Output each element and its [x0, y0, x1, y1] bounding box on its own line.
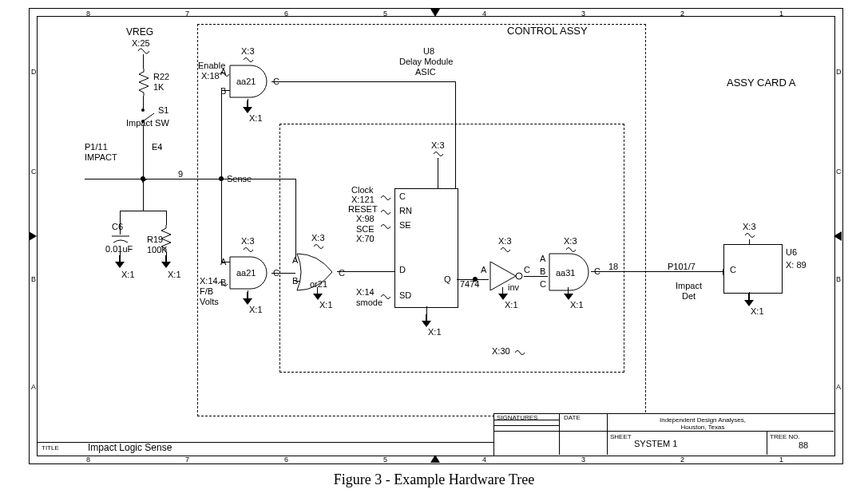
aa31-name: aa31	[556, 268, 575, 278]
ff-reset-icon	[380, 208, 391, 216]
ruler-left-c: C	[31, 168, 37, 176]
wire	[455, 81, 456, 149]
r19-val: 100K	[147, 245, 168, 254]
sig-lbl: SIGNATURES	[497, 414, 537, 421]
inv-src-icon	[500, 246, 511, 254]
gate-mid-fb: F/B	[200, 286, 213, 296]
marker-bottom	[430, 455, 440, 463]
ruler-top-2: 2	[680, 10, 684, 18]
wire	[749, 292, 750, 300]
gate-mid-fb2: Volts	[200, 297, 219, 306]
ff-rn: RN	[399, 206, 412, 215]
svg-point-1	[141, 108, 145, 112]
ruler-right-d: D	[836, 68, 842, 77]
u8-name: U8	[423, 46, 434, 56]
s1-desc: Impact SW	[126, 118, 169, 128]
or21-c: C	[339, 268, 345, 278]
ruler-left-d: D	[31, 68, 37, 77]
ruler-bot-2: 2	[680, 456, 684, 464]
ff-se: SE	[399, 220, 411, 230]
ruler-bot-3: 3	[581, 456, 585, 464]
wire	[166, 211, 167, 225]
impact-label: IMPACT	[85, 152, 117, 162]
wire	[166, 252, 167, 262]
u8-line2: Delay Module	[399, 57, 453, 66]
impact-det-1: Impact	[676, 281, 702, 290]
date-lbl: DATE	[564, 414, 581, 421]
node9-label: 9	[178, 169, 183, 179]
gate-mid-x1: X:1	[249, 305, 263, 314]
ruler-right-b: B	[836, 275, 841, 284]
control-assy-label: CONTROL ASSY	[507, 26, 588, 36]
ruler-bot-6: 6	[284, 456, 288, 464]
wire	[221, 179, 222, 262]
vreg-label: VREG	[126, 27, 153, 37]
company: Independent Design Analyses, Houston, Te…	[647, 416, 759, 431]
ff-sce-icon	[380, 223, 391, 231]
wire	[248, 99, 248, 107]
figure-caption: Figure 3 - Example Hardware Tree	[0, 471, 868, 488]
ruler-top-4: 4	[482, 10, 486, 18]
ruler-right-a: A	[836, 383, 841, 392]
ff-q: Q	[444, 274, 451, 284]
gnd-r19	[161, 262, 171, 268]
wire	[221, 262, 230, 262]
wire	[524, 276, 548, 277]
r19-name: R19	[147, 235, 163, 244]
u6-c: C	[730, 265, 736, 274]
treeno-lbl: TREE NO.	[770, 433, 800, 440]
wire	[221, 179, 296, 179]
divider	[767, 431, 767, 455]
c6-name: C6	[112, 222, 123, 231]
aa31-x1: X:1	[570, 300, 584, 310]
marker-right	[834, 231, 842, 241]
ff-smode-icon	[380, 293, 391, 301]
gate-mid-src-icon	[243, 246, 254, 254]
impact-det-2: Det	[682, 291, 696, 301]
marker-top	[430, 9, 440, 17]
gate-mid-fbx: X:14	[200, 276, 218, 286]
wire	[295, 179, 296, 260]
aa31-node18: 18	[608, 262, 618, 271]
ruler-left-b: B	[31, 275, 36, 284]
inv-c: C	[524, 265, 530, 274]
ff-gnd1	[422, 321, 431, 327]
sheet-val: SYSTEM 1	[634, 439, 677, 448]
ruler-bot-4: 4	[482, 456, 486, 464]
wire	[143, 124, 144, 179]
gnd-c6	[115, 262, 125, 268]
ruler-top-8: 8	[86, 10, 90, 18]
wire	[143, 54, 144, 69]
wire	[248, 290, 248, 298]
gate-top-x3: X:3	[241, 46, 255, 56]
wire	[120, 211, 166, 211]
s1-name: S1	[158, 105, 168, 115]
divider	[493, 425, 559, 426]
aa31-c-in: C	[540, 279, 546, 289]
r22-resistor	[137, 69, 150, 99]
p111-label: P1/11	[85, 142, 108, 152]
wire-to-u6	[647, 271, 723, 272]
gate-mid-gnd	[243, 298, 252, 305]
inv-gnd	[498, 294, 508, 300]
p1017-label: P101/7	[668, 262, 696, 271]
inv-x3: X:3	[498, 236, 512, 246]
r19-gnd-x: X:1	[168, 270, 181, 279]
ff-sce: SCE	[356, 224, 375, 234]
divider	[559, 413, 560, 455]
ff-sce-x: X:70	[356, 234, 375, 243]
title-text: Impact Logic Sense	[88, 443, 172, 452]
enable-src-icon	[219, 70, 230, 78]
wire	[455, 149, 456, 188]
ruler-bot-7: 7	[185, 456, 189, 464]
q-node	[473, 277, 478, 282]
c6-gnd-x: X:1	[121, 270, 135, 279]
ruler-top-3: 3	[581, 10, 585, 18]
ff-clock-icon	[380, 194, 391, 202]
ruler-top-6: 6	[284, 10, 288, 18]
gate-mid-fb-icon	[217, 280, 228, 288]
ff-reset: RESET	[348, 204, 378, 214]
or21-x1: X:1	[319, 300, 333, 310]
wire	[295, 281, 300, 282]
e4-label: E4	[152, 142, 162, 152]
